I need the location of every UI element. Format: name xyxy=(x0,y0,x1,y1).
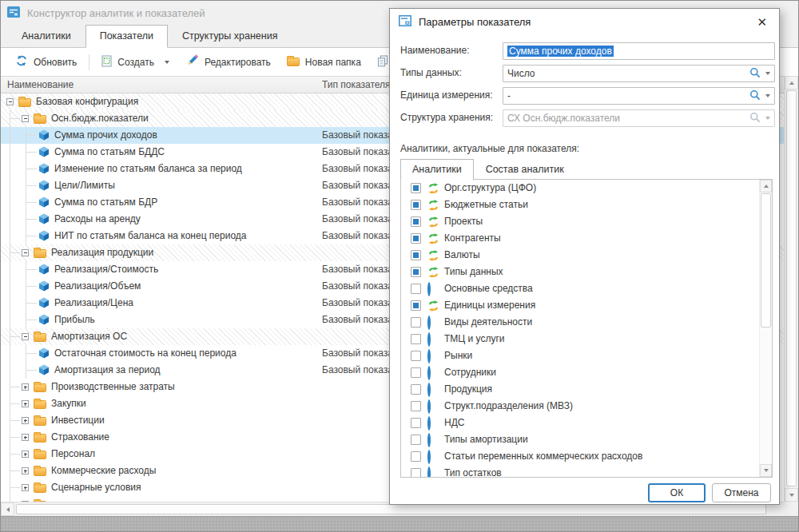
analytics-list-item[interactable]: Проекты xyxy=(401,213,772,230)
tab-dialog-analytics[interactable]: Аналитики xyxy=(400,159,474,181)
arrow-down-icon xyxy=(789,494,794,497)
main-vertical-scrollbar[interactable] xyxy=(784,76,798,502)
tree-guide-line xyxy=(10,194,10,211)
expand-toggle[interactable] xyxy=(22,400,29,407)
item-label: Типы амортизации xyxy=(444,431,528,448)
vertical-scroll-thumb[interactable] xyxy=(786,90,797,486)
item-checkbox[interactable] xyxy=(411,250,421,260)
magnifier-icon[interactable] xyxy=(749,67,761,81)
chevron-down-icon[interactable] xyxy=(765,94,770,97)
item-label: Валюты xyxy=(444,247,480,264)
item-checkbox[interactable] xyxy=(411,300,421,311)
item-checkbox[interactable] xyxy=(411,233,421,244)
scroll-down-button[interactable] xyxy=(785,488,798,502)
analytics-list-item[interactable]: Тип остатков xyxy=(401,465,772,478)
item-checkbox[interactable] xyxy=(411,418,421,428)
tab-indicators[interactable]: Показатели xyxy=(85,25,168,48)
analytics-list-item[interactable]: Виды деятельности xyxy=(401,314,772,331)
analytics-list-item[interactable]: НДС xyxy=(401,415,772,431)
analytics-list-item[interactable]: Статьи переменных коммерческих расходов xyxy=(401,448,772,465)
list-scroll-up-button[interactable] xyxy=(760,180,772,193)
status-bar xyxy=(1,516,798,531)
item-checkbox[interactable] xyxy=(411,367,421,378)
list-scroll-down-button[interactable] xyxy=(760,464,772,477)
item-checkbox[interactable] xyxy=(411,183,421,193)
name-input-selected-text: Сумма прочих доходов xyxy=(507,46,614,57)
item-checkbox[interactable] xyxy=(411,401,421,411)
analytics-list-item[interactable]: Бюджетные статьи xyxy=(401,197,772,213)
analytics-list-item[interactable]: ТМЦ и услуги xyxy=(401,331,772,347)
tree-guide-stub xyxy=(10,118,20,119)
arrow-down-icon xyxy=(764,469,769,472)
cancel-button[interactable]: Отмена xyxy=(712,483,771,502)
circle-icon xyxy=(427,284,431,295)
chevron-down-icon[interactable] xyxy=(765,72,770,75)
data-types-lookup[interactable]: Число xyxy=(503,65,775,82)
unit-lookup[interactable]: - xyxy=(503,87,775,105)
item-checkbox[interactable] xyxy=(411,451,421,462)
refresh-button[interactable]: Обновить xyxy=(7,50,85,73)
item-checkbox[interactable] xyxy=(411,334,421,344)
analytics-list-item[interactable]: Продукция xyxy=(401,381,772,398)
new-folder-icon xyxy=(287,58,300,66)
analytics-list-item[interactable]: Единицы измерения xyxy=(401,297,772,314)
item-checkbox[interactable] xyxy=(411,435,421,445)
item-checkbox[interactable] xyxy=(411,351,421,361)
item-checkbox[interactable] xyxy=(411,468,421,478)
magnifier-icon[interactable] xyxy=(749,89,761,103)
item-checkbox[interactable] xyxy=(411,267,421,277)
tree-row-label: Амортизация за период xyxy=(54,362,161,379)
column-header-type[interactable]: Тип показателя xyxy=(322,79,391,90)
item-checkbox[interactable] xyxy=(411,216,421,227)
expand-toggle[interactable] xyxy=(22,434,29,441)
analytics-list-item[interactable]: Валюты xyxy=(401,247,772,264)
analytics-list-item[interactable]: Типы данных xyxy=(401,264,772,280)
create-button[interactable]: Создать xyxy=(93,51,177,73)
item-checkbox[interactable] xyxy=(411,384,421,395)
arrow-left-icon xyxy=(6,507,10,512)
create-dropdown-caret-icon[interactable] xyxy=(165,61,169,64)
expand-toggle[interactable] xyxy=(22,417,29,424)
storage-field-label: Структура хранения: xyxy=(400,109,500,126)
collapse-toggle[interactable] xyxy=(22,333,29,340)
item-checkbox[interactable] xyxy=(411,317,421,328)
tree-guide-stub xyxy=(10,470,20,471)
folder-icon xyxy=(34,333,46,342)
tree-guide-stub xyxy=(10,336,20,337)
item-checkbox[interactable] xyxy=(411,284,421,294)
scroll-left-button[interactable] xyxy=(1,502,14,516)
list-scroll-thumb[interactable] xyxy=(761,193,771,328)
edit-button[interactable]: Редактировать xyxy=(177,50,279,73)
folder-icon xyxy=(34,417,46,426)
expand-toggle[interactable] xyxy=(22,484,29,491)
list-vertical-scrollbar[interactable] xyxy=(759,180,772,477)
horizontal-scroll-thumb[interactable] xyxy=(16,504,766,514)
tab-analytics[interactable]: Аналитики xyxy=(7,25,85,48)
expand-toggle[interactable] xyxy=(22,467,29,474)
collapse-toggle[interactable] xyxy=(6,98,14,105)
tree-row-label: Производственные затраты xyxy=(51,379,175,395)
item-checkbox[interactable] xyxy=(411,200,421,210)
analytics-list-item[interactable]: Основные средства xyxy=(401,280,772,297)
analytics-list-item[interactable]: Рынки xyxy=(401,347,772,364)
name-input[interactable]: Сумма прочих доходов xyxy=(503,42,775,60)
analytics-list-item[interactable]: Контрагенты xyxy=(401,230,772,247)
item-label: Орг.структура (ЦФО) xyxy=(444,180,536,197)
indicator-cube-icon xyxy=(38,280,50,294)
tab-dialog-analytics-composition[interactable]: Состав аналитик xyxy=(474,159,576,181)
collapse-toggle[interactable] xyxy=(22,115,29,122)
indicator-cube-icon xyxy=(38,146,50,160)
analytics-list-item[interactable]: Типы амортизации xyxy=(401,431,772,448)
scroll-up-button[interactable] xyxy=(785,76,798,89)
expand-toggle[interactable] xyxy=(22,383,29,391)
analytics-list-item[interactable]: Сотрудники xyxy=(401,364,772,381)
analytics-list-item[interactable]: Структ.подразделения (МВЗ) xyxy=(401,398,772,415)
close-icon[interactable]: ✕ xyxy=(754,14,769,30)
column-header-name[interactable]: Наименование xyxy=(7,79,74,90)
ok-button[interactable]: ОК xyxy=(648,483,706,502)
new-folder-button[interactable]: Новая папка xyxy=(279,53,369,72)
collapse-toggle[interactable] xyxy=(22,249,29,256)
expand-toggle[interactable] xyxy=(22,451,29,458)
tab-storage-structures[interactable]: Структуры хранения xyxy=(168,25,292,48)
analytics-list-item[interactable]: Орг.структура (ЦФО) xyxy=(401,180,772,197)
